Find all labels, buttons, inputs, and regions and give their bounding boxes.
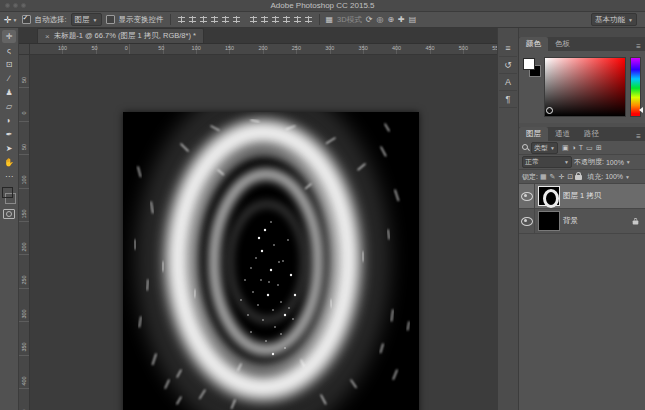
align-right-edges-icon[interactable]: [199, 15, 208, 24]
filter-adjustment-layers-icon[interactable]: ◑: [572, 144, 576, 152]
show-transform-checkbox[interactable]: [106, 15, 115, 24]
visibility-toggle[interactable]: [519, 209, 535, 233]
visibility-toggle[interactable]: [519, 184, 535, 208]
zoom-window-button[interactable]: [21, 3, 26, 8]
layer-name[interactable]: 背景: [563, 216, 578, 226]
layer-filter-dropdown[interactable]: 类型▼: [531, 142, 558, 154]
edit-toolbar-button[interactable]: ⋯: [2, 170, 16, 183]
document-canvas[interactable]: [123, 112, 419, 410]
lock-pixels-icon[interactable]: ✎: [550, 173, 556, 181]
ruler-corner[interactable]: [19, 44, 30, 54]
auto-select-checkbox[interactable]: [22, 15, 31, 24]
tab-channels[interactable]: 通道: [548, 127, 577, 141]
distribute-top-edges-icon[interactable]: [249, 15, 258, 24]
eraser-tool[interactable]: ▱: [2, 100, 16, 113]
document-tab[interactable]: × 未标题-1 @ 66.7% (图层 1 拷贝, RGB/8*) *: [37, 28, 204, 43]
vertical-ruler[interactable]: 50050100150200250300350400450: [19, 55, 30, 410]
foreground-color-swatch[interactable]: [523, 58, 535, 70]
character-panel-icon[interactable]: A: [499, 74, 517, 91]
ruler-label: 350: [359, 45, 368, 51]
layer-thumbnail[interactable]: [538, 211, 560, 231]
chevron-down-icon: ▼: [93, 17, 98, 23]
tab-paths[interactable]: 路径: [577, 127, 606, 141]
path-selection-tool[interactable]: ➤: [2, 142, 16, 155]
chevron-down-icon: ▼: [628, 17, 633, 23]
blend-mode-dropdown[interactable]: 正常▼: [522, 156, 572, 168]
tools-panel: ✛ς⊡∕♟▱◗✒➤✋⋯: [0, 28, 19, 410]
screen-mode-icon[interactable]: ▤: [409, 15, 417, 24]
crop-tool[interactable]: ⊡: [2, 58, 16, 71]
birdseye-view-icon[interactable]: ◎: [376, 15, 383, 24]
layer-row-background[interactable]: 背景: [519, 209, 645, 234]
smudge-tool[interactable]: ◗: [2, 114, 16, 127]
foreground-color-swatch[interactable]: [2, 187, 13, 198]
photoshop-window: Adobe Photoshop CC 2015.5 ✛▼ 自动选择: 图层▼ 显…: [0, 0, 645, 410]
lock-all-icon[interactable]: [575, 175, 582, 180]
align-vertical-centers-icon[interactable]: [221, 15, 230, 24]
rotate-view-icon[interactable]: ⟳: [366, 15, 373, 24]
opacity-label: 不透明度:: [574, 157, 604, 167]
distribute-left-edges-icon[interactable]: [282, 15, 291, 24]
filter-type-layers-icon[interactable]: T: [579, 144, 583, 152]
lock-artboard-icon[interactable]: ⊡: [567, 173, 573, 181]
auto-align-icon[interactable]: ▦: [326, 15, 334, 24]
document-tab-bar: × 未标题-1 @ 66.7% (图层 1 拷贝, RGB/8*) *: [19, 28, 497, 44]
opacity-value[interactable]: 100%: [606, 159, 624, 166]
spot-healing-brush-tool[interactable]: ∕: [2, 72, 16, 85]
tab-color[interactable]: 颜色: [519, 37, 548, 51]
layer-row-1[interactable]: 图层 1 拷贝: [519, 184, 645, 209]
history-panel-icon[interactable]: ↺: [499, 57, 517, 74]
quick-mask-button[interactable]: [3, 209, 15, 219]
adjustments-panel-icon[interactable]: ≡: [499, 40, 517, 57]
pen-tool[interactable]: ✒: [2, 128, 16, 141]
workspace-switcher[interactable]: 基本功能▼: [591, 13, 637, 26]
move-tool[interactable]: ✛: [2, 30, 16, 43]
show-transform-label: 显示变换控件: [119, 15, 164, 25]
lock-position-icon[interactable]: ✛: [558, 173, 564, 181]
search-icon: [522, 144, 529, 151]
auto-select-target-dropdown[interactable]: 图层▼: [71, 13, 102, 26]
filter-pixel-layers-icon[interactable]: ▣: [562, 144, 569, 152]
layer-name[interactable]: 图层 1 拷贝: [563, 191, 601, 201]
collapsed-panel-strip: ≡↺A¶: [497, 28, 519, 410]
tab-layers[interactable]: 图层: [519, 127, 548, 141]
filter-shape-layers-icon[interactable]: ▭: [586, 144, 593, 152]
auto-select-label: 自动选择:: [35, 15, 67, 25]
tab-swatches[interactable]: 色板: [548, 37, 577, 51]
distribute-vertical-centers-icon[interactable]: [260, 15, 269, 24]
fill-value[interactable]: 100%: [605, 173, 623, 180]
pasteboard[interactable]: [30, 55, 497, 410]
layer-filter-icons: ▣◑T▭⊞: [562, 144, 602, 152]
paragraph-panel-icon[interactable]: ¶: [499, 91, 517, 108]
horizontal-ruler-row: 10050050100150200250300350400450500550: [19, 44, 497, 55]
panel-menu-icon[interactable]: ≡: [636, 132, 641, 141]
filter-smart-objects-icon[interactable]: ⊞: [596, 144, 602, 152]
move-tool-preset[interactable]: ✛▼: [4, 15, 18, 25]
clone-stamp-tool[interactable]: ♟: [2, 86, 16, 99]
zoom-view-icon[interactable]: ⊕: [387, 15, 394, 24]
align-horizontal-centers-icon[interactable]: [188, 15, 197, 24]
distribute-horizontal-centers-icon[interactable]: [293, 15, 302, 24]
layers-panel-tabs: 图层 通道 路径 ≡: [519, 127, 645, 141]
lasso-tool[interactable]: ς: [2, 44, 16, 57]
distribute-bottom-edges-icon[interactable]: [271, 15, 280, 24]
saturation-brightness-field[interactable]: [544, 57, 626, 117]
lock-transparency-icon[interactable]: ▦: [540, 173, 547, 181]
tool-list: ✛ς⊡∕♟▱◗✒➤✋⋯: [2, 30, 16, 183]
panel-menu-icon[interactable]: ≡: [636, 42, 641, 51]
distribute-right-edges-icon[interactable]: [304, 15, 313, 24]
align-bottom-edges-icon[interactable]: [232, 15, 241, 24]
close-window-button[interactable]: [5, 3, 10, 8]
hue-slider-marker[interactable]: [639, 107, 643, 113]
align-top-edges-icon[interactable]: [210, 15, 219, 24]
hand-tool[interactable]: ✋: [2, 156, 16, 169]
document-area: × 未标题-1 @ 66.7% (图层 1 拷贝, RGB/8*) * 1005…: [19, 28, 497, 410]
minimize-window-button[interactable]: [13, 3, 18, 8]
ruler-label: 150: [225, 45, 234, 51]
close-tab-icon[interactable]: ×: [45, 32, 50, 41]
pan-view-icon[interactable]: ✚: [398, 15, 405, 24]
align-left-edges-icon[interactable]: [177, 15, 186, 24]
color-picker-marker[interactable]: [546, 107, 553, 114]
layer-thumbnail[interactable]: [538, 186, 560, 206]
horizontal-ruler[interactable]: 10050050100150200250300350400450500550: [30, 44, 497, 54]
